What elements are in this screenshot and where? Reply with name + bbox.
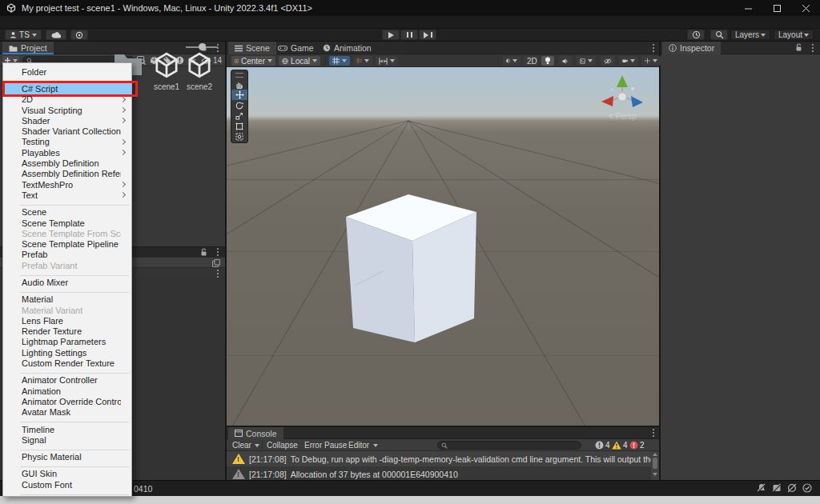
play-button[interactable]	[382, 30, 400, 40]
create-menu-item[interactable]: Scene Template From Scene	[3, 228, 131, 238]
create-menu-item[interactable]	[3, 270, 131, 277]
create-menu-item[interactable]: Avatar Mask	[3, 407, 131, 418]
snap-increment-button[interactable]	[376, 56, 398, 66]
minimize-button[interactable]	[734, 0, 762, 16]
warning-count-badge[interactable]: 4	[612, 441, 628, 450]
console-search-input[interactable]	[437, 441, 581, 450]
console-scrollbar[interactable]	[651, 451, 659, 480]
create-menu-item[interactable]: Assembly Definition Reference	[3, 169, 131, 179]
create-menu-item[interactable]: Material	[3, 294, 131, 305]
scroll-up-icon[interactable]	[653, 453, 657, 456]
create-menu-item[interactable]: C# Script	[3, 83, 131, 94]
create-menu-item[interactable]: Prefab	[3, 250, 131, 260]
lock-icon[interactable]	[200, 248, 207, 257]
collapse-button[interactable]: Collapse	[267, 441, 298, 450]
panel-menu-icon[interactable]	[811, 43, 814, 53]
create-menu-item[interactable]: Material Variant	[3, 305, 131, 315]
pause-button[interactable]	[400, 30, 418, 40]
scroll-down-icon[interactable]	[653, 473, 657, 476]
tab-inspector[interactable]: Inspector	[662, 42, 721, 54]
scene-visibility-button[interactable]	[601, 56, 615, 66]
cube-gameobject[interactable]	[339, 187, 483, 347]
drag-handle-icon[interactable]	[235, 73, 243, 78]
create-menu-item[interactable]: GUI Skin	[3, 469, 131, 479]
create-menu-item[interactable]: Scene Template	[3, 218, 131, 228]
console-log-row[interactable]: [21:17:08] To Debug, run app with -diag-…	[227, 451, 651, 466]
orientation-mode-button[interactable]: Local	[279, 56, 320, 66]
error-pause-button[interactable]: Error Pause	[304, 441, 347, 450]
editor-dropdown[interactable]: Editor	[348, 441, 369, 450]
gizmos-button[interactable]	[641, 56, 661, 66]
create-menu-item[interactable]: Lighting Settings	[3, 347, 131, 358]
clear-button[interactable]: Clear	[232, 441, 251, 450]
create-menu-item[interactable]	[3, 490, 131, 496]
create-menu-item[interactable]: Prefab Variant	[3, 260, 131, 270]
bell-slash-icon[interactable]	[757, 483, 766, 493]
panel-menu-icon[interactable]	[216, 247, 219, 257]
step-button[interactable]	[419, 30, 436, 40]
info-count-badge[interactable]: 4	[595, 441, 610, 450]
create-menu-item[interactable]: Scene Template Pipeline	[3, 238, 131, 249]
tab-console[interactable]: Console	[228, 427, 283, 439]
scene-effects-button[interactable]	[577, 56, 596, 66]
transform-tool-button[interactable]	[231, 131, 247, 142]
create-menu-item[interactable]: Render Texture	[3, 326, 131, 337]
create-menu-item[interactable]: Testing	[3, 137, 131, 147]
status-message[interactable]: 0410	[134, 484, 152, 494]
crash-report-button[interactable]	[70, 30, 88, 40]
create-menu-item[interactable]	[3, 462, 131, 469]
shading-mode-button[interactable]	[503, 56, 521, 66]
panel-menu-icon[interactable]	[652, 428, 654, 438]
error-count-badge[interactable]: 2	[629, 441, 645, 450]
create-menu-item[interactable]: Scene	[3, 207, 131, 218]
cloud-button[interactable]	[46, 30, 66, 40]
cache-slash-icon[interactable]	[772, 483, 782, 493]
create-menu-item[interactable]: Folder	[3, 66, 131, 77]
scale-tool-button[interactable]	[231, 110, 247, 121]
chevron-down-icon[interactable]	[255, 444, 259, 447]
scene-lighting-button[interactable]	[541, 56, 554, 66]
create-menu-item[interactable]: Lens Flare	[3, 315, 131, 326]
create-menu-item[interactable]	[3, 418, 131, 424]
create-menu-item[interactable]: Animator Override Controller	[3, 396, 131, 406]
2d-mode-button[interactable]: 2D	[524, 56, 538, 66]
create-menu-item[interactable]: Physic Material	[3, 452, 131, 462]
create-menu-item[interactable]: Signal	[3, 434, 131, 445]
create-menu-item[interactable]	[3, 369, 131, 375]
lock-icon[interactable]	[795, 43, 802, 52]
rect-tool-button[interactable]	[231, 121, 247, 131]
create-menu-item[interactable]: Assembly Definition	[3, 158, 131, 168]
chevron-down-icon[interactable]	[373, 444, 378, 447]
create-menu-item[interactable]: Shader	[3, 115, 131, 126]
tab-project[interactable]: Project	[2, 42, 54, 54]
tab-game[interactable]: Game	[271, 42, 320, 54]
create-menu-item[interactable]: Text	[3, 190, 131, 200]
layers-dropdown[interactable]: Layers	[730, 30, 770, 40]
sync-slash-icon[interactable]	[787, 483, 797, 493]
open-window-icon[interactable]	[212, 259, 220, 267]
create-menu-item[interactable]: Timeline	[3, 424, 131, 434]
create-menu-item[interactable]: 2D	[3, 94, 131, 105]
rotate-tool-button[interactable]	[231, 100, 247, 110]
create-menu-item[interactable]: Playables	[3, 147, 131, 158]
view-hand-tool-button[interactable]	[231, 79, 247, 90]
undo-history-button[interactable]	[687, 30, 705, 40]
move-tool-button[interactable]	[231, 90, 247, 100]
grid-visibility-button[interactable]	[329, 56, 350, 66]
create-menu-item[interactable]: Audio Mixer	[3, 277, 131, 287]
console-log-row[interactable]: [21:17:08] Allocation of 37 bytes at 000…	[227, 466, 651, 480]
layout-dropdown[interactable]: Layout	[774, 30, 814, 40]
scene-viewport[interactable]: < Persp	[227, 67, 659, 426]
close-button[interactable]	[791, 0, 820, 16]
account-button[interactable]: TS	[5, 30, 42, 40]
grid-snap-button[interactable]	[353, 56, 372, 66]
project-asset-scene[interactable]: scene2	[182, 51, 217, 91]
pivot-mode-button[interactable]: Center	[231, 56, 275, 66]
scene-audio-button[interactable]	[559, 56, 572, 66]
create-menu-item[interactable]	[3, 77, 131, 83]
scrollbar-thumb[interactable]	[653, 458, 657, 469]
tab-animation[interactable]: Animation	[316, 42, 378, 54]
create-menu-item[interactable]	[3, 446, 131, 452]
search-button[interactable]	[710, 30, 728, 40]
create-menu-item[interactable]	[3, 201, 131, 207]
